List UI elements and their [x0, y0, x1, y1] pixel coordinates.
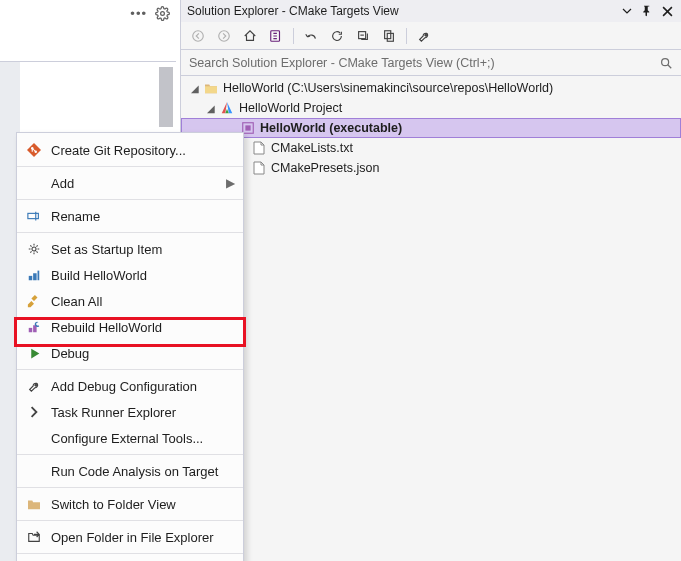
rename-icon	[25, 207, 43, 225]
menu-label: Rebuild HelloWorld	[51, 320, 235, 335]
menu-separator	[17, 553, 243, 554]
nav-forward-icon[interactable]	[213, 25, 235, 47]
folder-icon	[203, 80, 219, 96]
svg-rect-15	[33, 273, 37, 280]
tree-file[interactable]: CMakePresets.json	[181, 158, 681, 178]
menu-label: Debug	[51, 346, 235, 361]
svg-rect-9	[245, 125, 250, 130]
search-placeholder: Search Solution Explorer - CMake Targets…	[189, 56, 659, 70]
menu-label: Rename	[51, 209, 235, 224]
cmake-project-icon	[219, 100, 235, 116]
gear-icon	[25, 240, 43, 258]
search-box[interactable]: Search Solution Explorer - CMake Targets…	[181, 50, 681, 76]
svg-point-1	[193, 30, 204, 41]
tree-label: HelloWorld (executable)	[256, 121, 402, 135]
menu-separator	[17, 487, 243, 488]
undo-icon[interactable]	[300, 25, 322, 47]
home-icon[interactable]	[239, 25, 261, 47]
menu-label: Run Code Analysis on Target	[51, 464, 235, 479]
menu-rebuild[interactable]: Rebuild HelloWorld	[17, 314, 243, 340]
menu-label: Configure External Tools...	[51, 431, 235, 446]
submenu-arrow-icon: ▶	[226, 176, 235, 190]
close-icon[interactable]	[659, 3, 675, 19]
refresh-icon[interactable]	[326, 25, 348, 47]
git-icon	[25, 141, 43, 159]
broom-icon	[25, 292, 43, 310]
expander-icon[interactable]: ◢	[205, 103, 217, 114]
search-icon[interactable]	[659, 56, 673, 70]
pin-icon[interactable]	[639, 3, 655, 19]
expander-icon[interactable]: ◢	[189, 83, 201, 94]
collapse-all-icon[interactable]	[352, 25, 374, 47]
menu-task-runner-explorer[interactable]: Task Runner Explorer	[17, 399, 243, 425]
menu-open-folder-in-file-explorer[interactable]: Open Folder in File Explorer	[17, 524, 243, 550]
build-icon	[25, 266, 43, 284]
menu-label: Clean All	[51, 294, 235, 309]
nav-back-icon[interactable]	[187, 25, 209, 47]
panel-title: Solution Explorer - CMake Targets View	[187, 4, 615, 18]
icon-spacer	[25, 462, 43, 480]
svg-rect-14	[29, 276, 33, 280]
menu-set-as-startup-item[interactable]: Set as Startup Item	[17, 236, 243, 262]
panel-toolbar	[181, 22, 681, 50]
menu-run-code-analysis[interactable]: Run Code Analysis on Target	[17, 458, 243, 484]
menu-create-git-repository[interactable]: Create Git Repository...	[17, 137, 243, 163]
menu-switch-to-folder-view[interactable]: Switch to Folder View	[17, 491, 243, 517]
file-icon	[251, 140, 267, 156]
menu-rename[interactable]: Rename	[17, 203, 243, 229]
svg-point-7	[662, 58, 669, 65]
tree-executable-selected[interactable]: HelloWorld (executable)	[181, 118, 681, 138]
menu-label: Open Folder in File Explorer	[51, 530, 235, 545]
folder-switch-icon	[25, 495, 43, 513]
menu-add[interactable]: Add ▶	[17, 170, 243, 196]
menu-separator	[17, 520, 243, 521]
tree-label: CMakeLists.txt	[267, 141, 353, 155]
svg-rect-17	[29, 328, 33, 332]
tree-label: CMakePresets.json	[267, 161, 379, 175]
menu-add-debug-configuration[interactable]: Add Debug Configuration	[17, 373, 243, 399]
tree: ◢ HelloWorld (C:\Users\sinemakinci\sourc…	[181, 76, 681, 561]
menu-separator	[17, 166, 243, 167]
switch-views-icon[interactable]	[265, 25, 287, 47]
menu-label: Add	[51, 176, 226, 191]
editor-area-left: •••	[0, 0, 176, 62]
tree-file[interactable]: CMakeLists.txt	[181, 138, 681, 158]
properties-toolbar-icon[interactable]	[413, 25, 435, 47]
more-icon[interactable]: •••	[130, 6, 147, 21]
separator	[406, 28, 407, 44]
svg-rect-12	[28, 213, 39, 218]
menu-configure-external-tools[interactable]: Configure External Tools...	[17, 425, 243, 451]
icon-spacer	[25, 174, 43, 192]
tree-root[interactable]: ◢ HelloWorld (C:\Users\sinemakinci\sourc…	[181, 78, 681, 98]
svg-point-0	[161, 12, 165, 16]
menu-debug[interactable]: Debug	[17, 340, 243, 366]
menu-label: Set as Startup Item	[51, 242, 235, 257]
tree-label: HelloWorld Project	[235, 101, 342, 115]
scrollbar-thumb[interactable]	[159, 67, 173, 127]
file-icon	[251, 160, 267, 176]
menu-label: Create Git Repository...	[51, 143, 235, 158]
show-all-files-icon[interactable]	[378, 25, 400, 47]
icon-spacer	[25, 429, 43, 447]
open-folder-icon	[25, 528, 43, 546]
wrench-icon	[25, 377, 43, 395]
tree-project[interactable]: ◢ HelloWorld Project	[181, 98, 681, 118]
menu-label: Add Debug Configuration	[51, 379, 235, 394]
play-icon	[25, 344, 43, 362]
svg-point-2	[219, 30, 230, 41]
solution-explorer-panel: Solution Explorer - CMake Targets View S…	[180, 0, 681, 561]
menu-properties[interactable]: Properties Alt+Enter	[17, 557, 243, 561]
rebuild-icon	[25, 318, 43, 336]
gear-icon[interactable]	[155, 6, 170, 21]
context-menu: Create Git Repository... Add ▶ Rename Se…	[16, 132, 244, 561]
svg-rect-16	[38, 271, 40, 281]
svg-point-13	[32, 247, 36, 251]
menu-build[interactable]: Build HelloWorld	[17, 262, 243, 288]
menu-separator	[17, 369, 243, 370]
tree-label: HelloWorld (C:\Users\sinemakinci\source\…	[219, 81, 553, 95]
menu-label: Task Runner Explorer	[51, 405, 235, 420]
panel-titlebar[interactable]: Solution Explorer - CMake Targets View	[181, 0, 681, 22]
window-menu-icon[interactable]	[619, 3, 635, 19]
menu-separator	[17, 199, 243, 200]
menu-clean-all[interactable]: Clean All	[17, 288, 243, 314]
